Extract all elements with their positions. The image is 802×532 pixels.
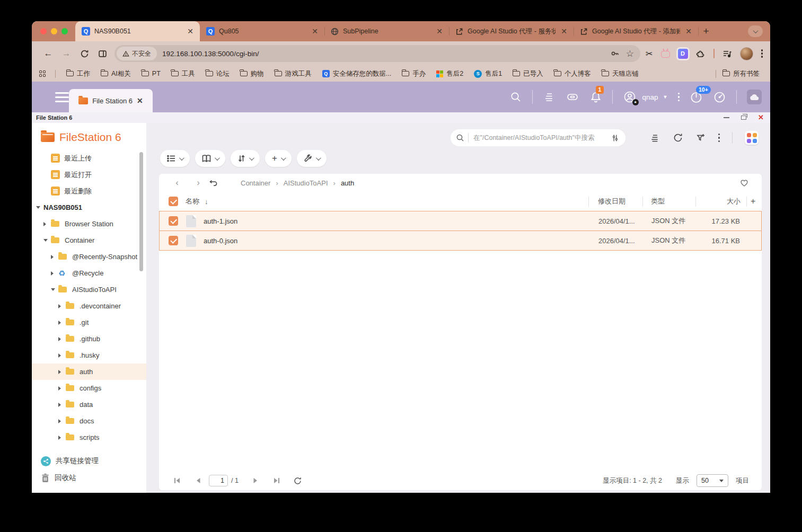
tab-close-icon[interactable]: ✕: [186, 27, 195, 36]
bookmark-folder[interactable]: 个人博客: [551, 69, 594, 78]
playlist-icon[interactable]: [722, 49, 732, 58]
last-page-icon[interactable]: [266, 477, 287, 484]
sidebar-item-recently-snapshot[interactable]: @Recently-Snapshot: [32, 249, 146, 265]
column-header-size[interactable]: 大小: [727, 197, 741, 206]
username-label[interactable]: qnap: [642, 93, 658, 101]
column-header-type[interactable]: 类型: [651, 197, 665, 206]
bookmark-microsoft[interactable]: 售后2: [433, 69, 466, 78]
sidebar-item-recent-uploads[interactable]: 最近上传: [32, 150, 146, 166]
omnibox[interactable]: 不安全 192.168.100.138:5000/cgi-bin/ ☆: [114, 45, 640, 62]
smart-filter-icon[interactable]: [695, 132, 706, 143]
sidebar-item-nas-root[interactable]: NAS90B051: [32, 199, 146, 216]
table-row[interactable]: auth-0.json 2026/04/1... JSON 文件 16.71 K…: [159, 230, 762, 251]
row-checkbox[interactable]: [169, 216, 178, 226]
minimize-traffic-light[interactable]: [51, 28, 57, 34]
caret-right-icon[interactable]: [58, 370, 61, 374]
close-traffic-light[interactable]: [40, 28, 47, 34]
caret-right-icon[interactable]: [51, 271, 54, 276]
sidebar-item-devcontainer[interactable]: .devcontainer: [32, 298, 146, 314]
file-name[interactable]: auth-0.json: [204, 237, 237, 245]
caret-right-icon[interactable]: [58, 386, 61, 391]
bookmark-folder[interactable]: 工具: [168, 69, 198, 78]
back-icon[interactable]: ←: [39, 48, 57, 59]
caret-right-icon[interactable]: [51, 255, 54, 259]
sidebar-item-aistudiotoapi[interactable]: AIStudioToAPI: [32, 281, 146, 298]
nav-back-icon[interactable]: ‹: [166, 178, 188, 188]
nav-up-icon[interactable]: [209, 179, 230, 187]
background-tasks-icon[interactable]: [649, 132, 660, 144]
breadcrumb-container[interactable]: Container: [241, 179, 270, 187]
sidebar-item-browser-station[interactable]: Browser Station: [32, 216, 146, 232]
sidebar-scrollbar[interactable]: [139, 152, 143, 271]
sidebar-item-husky[interactable]: .husky: [32, 347, 146, 363]
sort-button[interactable]: [231, 150, 260, 167]
search-filter-sliders-icon[interactable]: [611, 134, 619, 142]
apps-grid-icon[interactable]: [39, 70, 46, 77]
sidebar-item-configs[interactable]: configs: [32, 380, 146, 396]
tab-close-icon[interactable]: ✕: [311, 27, 319, 36]
user-menu-caret-icon[interactable]: ▼: [663, 94, 668, 100]
tab-close-icon[interactable]: ✕: [560, 27, 568, 36]
window-minimize-icon[interactable]: [724, 117, 729, 118]
browser-tab-active[interactable]: Q NAS90B051 ✕: [75, 21, 200, 41]
tab-search-button[interactable]: [748, 25, 763, 37]
first-page-icon[interactable]: [166, 477, 188, 484]
bookmark-sharepoint[interactable]: S售后1: [471, 69, 505, 78]
table-row[interactable]: auth-1.json 2026/04/1... JSON 文件 17.23 K…: [159, 211, 762, 231]
select-all-checkbox[interactable]: [169, 197, 178, 206]
window-restore-icon[interactable]: [741, 116, 746, 120]
sidebar-item-git[interactable]: .git: [32, 314, 146, 331]
caret-right-icon[interactable]: [58, 337, 61, 341]
bookmark-folder[interactable]: PT: [138, 70, 164, 77]
extensions-puzzle-icon[interactable]: [696, 49, 706, 58]
window-close-icon[interactable]: ✕: [758, 115, 764, 120]
chrome-menu-icon[interactable]: [761, 49, 763, 58]
password-key-icon[interactable]: [610, 49, 620, 58]
tab-close-icon[interactable]: ✕: [684, 27, 693, 36]
caret-right-icon[interactable]: [58, 419, 61, 423]
sidebar-item-github[interactable]: .github: [32, 331, 146, 347]
d-extension-icon[interactable]: D: [678, 49, 688, 59]
sidebar-item-container[interactable]: Container: [32, 232, 146, 249]
user-avatar-icon[interactable]: ★: [623, 90, 637, 104]
resource-monitor-icon[interactable]: [713, 91, 726, 104]
caret-right-icon[interactable]: [58, 436, 61, 440]
sidebar-item-recycle-bin[interactable]: 回收站: [32, 469, 146, 486]
app-tab-close-icon[interactable]: ✕: [137, 96, 143, 105]
bookmark-qnap[interactable]: Q安全储存您的数据...: [319, 69, 394, 78]
all-bookmarks-folder[interactable]: 所有书签: [719, 69, 763, 78]
page-size-select[interactable]: 50: [697, 474, 728, 487]
caret-down-icon[interactable]: [43, 239, 48, 242]
tools-button[interactable]: [297, 150, 327, 167]
bookmark-star-icon[interactable]: ☆: [626, 48, 634, 59]
breadcrumb-auth[interactable]: auth: [341, 179, 354, 187]
sidebar-item-data[interactable]: data: [32, 396, 146, 413]
bookmark-folder[interactable]: 论坛: [202, 69, 233, 78]
list-view-button[interactable]: [160, 150, 190, 167]
myqnapcloud-icon[interactable]: [747, 90, 762, 104]
side-panel-icon[interactable]: [93, 49, 111, 58]
caret-right-icon[interactable]: [58, 403, 61, 407]
caret-down-icon[interactable]: [51, 288, 55, 291]
bookmark-folder[interactable]: 已导入: [509, 69, 547, 78]
sidebar-item-share-links[interactable]: 共享链接管理: [32, 453, 146, 469]
browser-tab[interactable]: Google AI Studio 代理 - 服务状 ✕: [449, 21, 574, 41]
bilibili-extension-icon[interactable]: [661, 51, 670, 58]
bookmark-folder[interactable]: 游戏工具: [271, 69, 315, 78]
nav-forward-icon[interactable]: ›: [188, 178, 209, 188]
bookmark-folder[interactable]: 购物: [237, 69, 267, 78]
notifications-bell-icon[interactable]: 1: [589, 91, 602, 103]
forward-icon[interactable]: →: [57, 48, 75, 59]
browser-tab[interactable]: SubPipeline ✕: [324, 21, 449, 41]
sort-descending-icon[interactable]: ↓: [205, 198, 208, 206]
refresh-list-icon[interactable]: [287, 476, 309, 485]
row-checkbox[interactable]: [169, 236, 178, 245]
caret-right-icon[interactable]: [58, 304, 61, 308]
browser-tab[interactable]: Google AI Studio 代理 - 添加账 ✕: [574, 21, 698, 41]
sidebar-item-recycle[interactable]: ♻@Recycle: [32, 265, 146, 281]
caret-right-icon[interactable]: [58, 353, 61, 358]
refresh-icon[interactable]: [673, 132, 683, 143]
caret-right-icon[interactable]: [58, 321, 61, 325]
next-page-icon[interactable]: [245, 477, 266, 484]
bookmark-folder[interactable]: 天猫店铺: [598, 69, 642, 78]
